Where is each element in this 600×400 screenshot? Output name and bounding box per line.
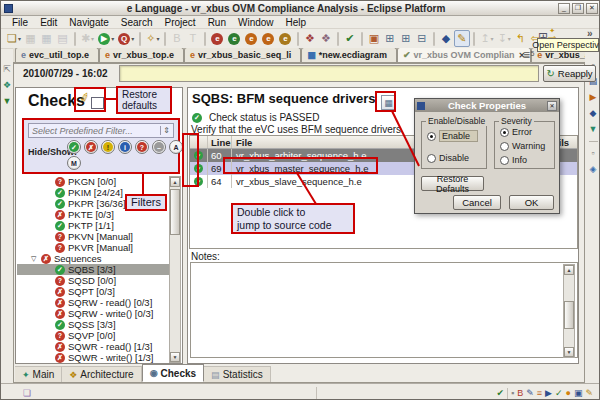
list-status-icon[interactable]: ≡ (537, 389, 542, 398)
run-icon[interactable]: ▶▾ (96, 30, 116, 47)
pencil-status-icon[interactable]: ✎ (585, 389, 593, 398)
warning-radio[interactable]: Warning (500, 141, 545, 151)
refactor-icon[interactable]: ❖ (302, 30, 318, 47)
tree-item[interactable]: SQWR - read() [1/3] (17, 341, 170, 352)
text-t-icon[interactable]: T (185, 30, 201, 47)
e-gen-icon[interactable]: e (277, 30, 294, 47)
show-info-filter[interactable]: i (118, 140, 132, 154)
new-wizard-icon[interactable]: ❏▾ (5, 30, 23, 47)
spinner-icon[interactable]: ⇕ (160, 126, 170, 135)
cancel-button[interactable]: Cancel (453, 195, 501, 210)
scroll-down-icon[interactable]: ▼ (170, 352, 180, 362)
toolbar-separator[interactable] (473, 32, 475, 46)
toolbar-separator[interactable] (74, 32, 76, 46)
reapply-button[interactable]: ↻Reapply (543, 65, 596, 82)
tree-view-icon[interactable]: ▼ (589, 125, 598, 134)
maximize-window-icon[interactable]: ❐ (572, 3, 584, 14)
scrollbar-thumb[interactable] (564, 301, 574, 329)
mini-view-icon[interactable]: ▫ (591, 149, 594, 158)
task-status-icon[interactable]: ▪ (511, 389, 514, 398)
show-warning-filter[interactable]: ! (101, 140, 115, 154)
tree-item[interactable]: ▽Sequences (17, 253, 170, 264)
e-doc-icon[interactable]: e (243, 30, 260, 47)
perspective-cube-icon[interactable]: ◆ (438, 30, 454, 47)
toolbar-separator[interactable] (361, 32, 363, 46)
run-status-icon[interactable]: ▶ (545, 389, 552, 398)
bottom-tab[interactable]: ❖Architecture (62, 366, 141, 382)
tree-item[interactable]: PKVN [Manual] (17, 231, 170, 242)
bottom-tab[interactable]: ▤Statistics (204, 366, 271, 382)
new-task-icon[interactable]: ❏ (23, 388, 31, 398)
toolbar-separator[interactable] (297, 32, 299, 46)
cube-view-icon[interactable]: ◆ (590, 109, 597, 118)
notes-scrollbar[interactable]: ▲ ▼ (563, 264, 575, 358)
check-properties-button[interactable]: ▦ (381, 95, 396, 110)
editor-tab[interactable]: ✔vr_xbus OVM Complian✕ (397, 48, 531, 62)
menu-item[interactable]: Run (202, 17, 232, 28)
toolbar-separator[interactable] (204, 32, 206, 46)
tree-item[interactable]: PKVR [Manual] (17, 242, 170, 253)
show-disabled-filter[interactable]: – (152, 140, 166, 154)
zoom-out-icon[interactable]: ⊟ (414, 30, 430, 47)
diagram-icon[interactable]: ▣ (366, 30, 382, 47)
tree-item[interactable]: SQRW - read() [0/3] (17, 297, 170, 308)
menu-item[interactable]: Search (115, 17, 159, 28)
tree-item[interactable]: PKTP [1/1] (17, 220, 170, 231)
build-status-icon[interactable]: B (517, 389, 523, 398)
menu-item[interactable]: Project (159, 17, 202, 28)
elite-check-icon[interactable]: ✔ (342, 30, 358, 47)
window-status-icon[interactable]: ▣ (574, 389, 583, 398)
restore-defaults-icon[interactable]: ✐ (80, 94, 104, 111)
tree-item[interactable]: PKGN [0/0] (17, 176, 170, 187)
toolbar-separator[interactable] (337, 32, 339, 46)
predefined-filter-select[interactable]: Select Predefined Filter... ⇕ (28, 123, 174, 138)
e-module-icon[interactable]: e (209, 30, 226, 47)
editor-list-button[interactable]: ≣5 (523, 50, 534, 60)
search-icon[interactable]: ✧▾ (144, 30, 161, 47)
tree-item[interactable]: SQPT [0/3] (17, 286, 170, 297)
close-dialog-icon[interactable]: ✕ (547, 101, 557, 111)
next-annotation-icon[interactable]: ↧▾ (496, 30, 513, 47)
restore-defaults-button[interactable]: Restore Defaults (421, 176, 484, 191)
strip-separator[interactable] (589, 141, 598, 142)
editor-tab[interactable]: evr_xbus_top.e (99, 48, 184, 62)
error-radio[interactable]: Error (500, 127, 532, 137)
menu-item[interactable]: Window (232, 17, 280, 28)
scroll-down-icon[interactable]: ▼ (564, 347, 574, 357)
e-import-icon[interactable]: e (226, 30, 243, 47)
show-unknown-filter[interactable]: ? (135, 140, 149, 154)
tree-item[interactable]: SQSS [3/3] (17, 319, 170, 330)
build-icon[interactable]: ✱▾ (79, 30, 96, 47)
sync-status-icon[interactable]: ✔ (496, 389, 504, 398)
editor-tab[interactable]: evr_xbus_basic_seq_li (184, 48, 301, 62)
zoom-in-icon[interactable]: ⊞ (382, 30, 398, 47)
show-auto-filter[interactable]: A (169, 140, 183, 154)
print-icon[interactable]: ▤ (55, 30, 71, 47)
editor-tab[interactable]: ▦*new.ecdiagram (301, 48, 397, 62)
toolbar-separator[interactable] (433, 32, 435, 46)
ok-button[interactable]: OK (509, 195, 554, 210)
bottom-tab[interactable]: ✦Main (15, 366, 62, 382)
e-macro-icon[interactable]: e (260, 30, 277, 47)
scroll-up-icon[interactable]: ▲ (170, 177, 180, 187)
check-status-icon[interactable]: ✓ (555, 389, 563, 398)
show-passed-filter[interactable]: ✓ (67, 140, 81, 154)
tree-item[interactable]: SQWR - write() [1/3] (17, 352, 170, 363)
session-field[interactable] (119, 65, 539, 82)
menu-item[interactable]: Help (280, 17, 313, 28)
prev-annotation-icon[interactable]: ↥▾ (478, 30, 495, 47)
expand-arrow-icon[interactable]: ▽ (31, 255, 38, 263)
tree-scrollbar[interactable]: ▲ ▼ (169, 176, 181, 363)
edit-status-icon[interactable]: ✎ (526, 389, 534, 398)
tree-item[interactable]: SQVP [0/0] (17, 330, 170, 341)
bookmark-view-icon[interactable]: ▶ (590, 93, 597, 102)
import-view-icon[interactable]: ▼ (3, 97, 12, 106)
palette-view-icon[interactable]: ❖ (3, 81, 11, 90)
tree-item[interactable]: SQRW - write() [0/3] (17, 308, 170, 319)
info-radio[interactable]: Info (500, 155, 527, 165)
restore-view-icon[interactable]: ⇱ (3, 65, 11, 74)
close-window-icon[interactable]: ✕ (586, 3, 598, 14)
annotate-icon[interactable]: ✎ (454, 30, 470, 47)
diagram-view-icon[interactable]: ◈ (590, 165, 597, 174)
save-all-icon[interactable]: ▦ (39, 30, 55, 47)
